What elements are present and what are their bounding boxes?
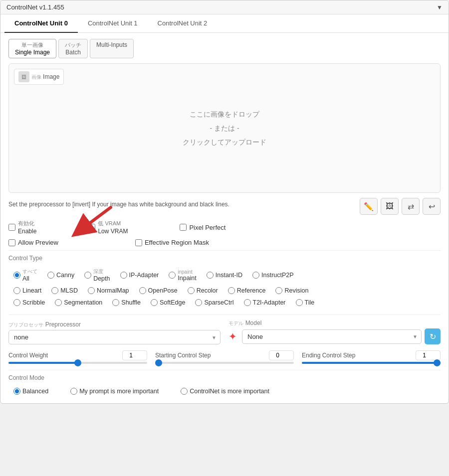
radio-openpose[interactable]: OpenPose — [134, 285, 183, 297]
starting-step-value[interactable] — [269, 350, 294, 360]
ending-step-slider[interactable] — [302, 362, 441, 364]
radio-scribble[interactable]: Scribble — [8, 297, 50, 309]
drop-line2: - または - — [183, 121, 266, 135]
enable-checkbox[interactable] — [8, 224, 15, 231]
radio-reference[interactable]: Reference — [223, 285, 271, 297]
radio-mlsd[interactable]: MLSD — [46, 285, 83, 297]
effective-region-checkbox[interactable] — [135, 239, 142, 246]
refresh-model-button[interactable]: ↻ — [425, 328, 441, 344]
radio-depth-label: 深度 Depth — [93, 268, 110, 282]
radio-sparsectrl-input[interactable] — [195, 299, 202, 306]
divider-1 — [8, 250, 441, 251]
mode-my-prompt[interactable]: My prompt is more important — [65, 385, 164, 397]
mode-my-prompt-input[interactable] — [70, 388, 77, 395]
control-type-label: Control Type — [8, 255, 441, 262]
radio-tile[interactable]: Tile — [291, 297, 320, 309]
radio-depth-input[interactable] — [84, 272, 91, 279]
radio-openpose-input[interactable] — [139, 287, 146, 294]
radio-lineart-input[interactable] — [13, 287, 20, 294]
starting-step-slider[interactable] — [155, 362, 294, 364]
action-icons: ✏️ 🖼 ⇄ ↩ — [360, 198, 441, 215]
instructp2p-en: InstructP2P — [261, 272, 294, 279]
divider-2 — [8, 315, 441, 315]
radio-instructp2p-input[interactable] — [252, 272, 259, 279]
radio-instructp2p[interactable]: InstructP2P — [247, 266, 299, 285]
model-select[interactable]: None — [242, 329, 422, 344]
img-tab-multi[interactable]: Multi-Inputs — [90, 39, 134, 58]
drop-text: ここに画像をドロップ - または - クリックしてアップロード — [183, 107, 266, 149]
pixel-perfect-checkbox[interactable] — [180, 224, 187, 231]
radio-instant-id-input[interactable] — [207, 272, 214, 279]
pixel-perfect-label: Pixel Perfect — [189, 224, 225, 231]
enable-checkbox-label[interactable]: 有効化 Enable — [8, 220, 36, 235]
ending-step-value[interactable] — [416, 350, 441, 360]
radio-tile-input[interactable] — [296, 299, 303, 306]
radio-canny-input[interactable] — [47, 272, 54, 279]
radio-recolor-input[interactable] — [188, 287, 195, 294]
mode-balanced-input[interactable] — [13, 388, 20, 395]
effective-region-checkbox-label[interactable]: Effective Region Mask — [135, 239, 209, 246]
edit-icon-btn[interactable]: ✏️ — [360, 198, 378, 215]
photo-icon-btn[interactable]: 🖼 — [381, 198, 399, 215]
allow-preview-checkbox[interactable] — [8, 239, 15, 246]
radio-inpaint[interactable]: inpaint Inpaint — [164, 266, 202, 285]
radio-segmentation[interactable]: Segmentation — [50, 297, 107, 309]
radio-instant-id[interactable]: Instant-ID — [202, 266, 247, 285]
radio-canny[interactable]: Canny — [42, 266, 79, 285]
tab-unit0[interactable]: ControlNet Unit 0 — [4, 14, 78, 33]
mode-balanced[interactable]: Balanced — [8, 385, 53, 397]
batch-en: Batch — [65, 49, 81, 56]
radio-softedge-input[interactable] — [151, 299, 158, 306]
tab-unit1[interactable]: ControlNet Unit 1 — [78, 14, 148, 33]
radio-revision[interactable]: Revision — [270, 285, 313, 297]
img-tab-single[interactable]: 単一画像 Single Image — [8, 39, 56, 58]
radio-t2i-adapter[interactable]: T2I-Adapter — [239, 297, 291, 309]
radio-recolor[interactable]: Recolor — [183, 285, 223, 297]
control-weight-slider[interactable] — [8, 362, 147, 364]
lineart-en: Lineart — [22, 287, 41, 294]
control-type-row-2: Lineart MLSD NormalMap OpenPose Recolor — [8, 285, 313, 297]
image-mode-tabs: 単一画像 Single Image バッチ Batch Multi-Inputs — [8, 39, 441, 58]
control-weight-value[interactable] — [122, 350, 147, 360]
radio-sparsectrl[interactable]: SparseCtrl — [190, 297, 238, 309]
hint-row: Set the preprocessor to [invert] If your… — [8, 198, 441, 215]
low-vram-checkbox-label[interactable]: 低 VRAM Low VRAM — [88, 220, 128, 235]
model-select-wrap: ✦ None ↻ — [228, 328, 441, 344]
radio-normalmap-input[interactable] — [88, 287, 95, 294]
pixel-perfect-checkbox-label[interactable]: Pixel Perfect — [180, 224, 225, 231]
radio-reference-input[interactable] — [228, 287, 235, 294]
mode-controlnet-label: ControlNet is more important — [190, 388, 269, 395]
radio-t2i-adapter-input[interactable] — [244, 299, 251, 306]
radio-all-input[interactable] — [13, 272, 20, 279]
preprocessor-select[interactable]: none — [8, 330, 221, 344]
radio-scribble-input[interactable] — [13, 299, 20, 306]
radio-mlsd-input[interactable] — [51, 287, 58, 294]
low-vram-checkbox[interactable] — [88, 224, 95, 231]
radio-shuffle-input[interactable] — [112, 299, 119, 306]
curve-icon-btn[interactable]: ↩ — [423, 198, 441, 215]
radio-softedge[interactable]: SoftEdge — [146, 297, 190, 309]
img-tab-batch[interactable]: バッチ Batch — [58, 39, 88, 58]
reference-en: Reference — [237, 287, 266, 294]
mode-my-prompt-label: My prompt is more important — [79, 388, 159, 395]
low-vram-jp: 低 VRAM — [98, 220, 128, 227]
radio-ip-adapter-input[interactable] — [120, 272, 127, 279]
radio-inpaint-input[interactable] — [169, 272, 176, 279]
radio-segmentation-input[interactable] — [55, 299, 62, 306]
radio-ip-adapter[interactable]: IP-Adapter — [115, 266, 164, 285]
mode-controlnet[interactable]: ControlNet is more important — [176, 385, 274, 397]
multi-en: Multi-Inputs — [96, 41, 127, 48]
mode-controlnet-input[interactable] — [181, 388, 188, 395]
panel-collapse-arrow[interactable]: ▼ — [437, 4, 443, 11]
radio-normalmap[interactable]: NormalMap — [83, 285, 134, 297]
image-drop-zone[interactable]: 🖼 画像 Image ここに画像をドロップ - または - クリックしてアップロ… — [8, 63, 441, 193]
radio-shuffle[interactable]: Shuffle — [107, 297, 146, 309]
swap-icon-btn[interactable]: ⇄ — [402, 198, 420, 215]
control-type-row-1: すべて All Canny 深度 Depth I — [8, 266, 299, 285]
tab-unit2[interactable]: ControlNet Unit 2 — [148, 14, 218, 33]
radio-all[interactable]: すべて All — [8, 266, 42, 285]
radio-depth[interactable]: 深度 Depth — [79, 266, 115, 285]
radio-lineart[interactable]: Lineart — [8, 285, 46, 297]
radio-revision-input[interactable] — [275, 287, 282, 294]
allow-preview-checkbox-label[interactable]: Allow Preview — [8, 239, 58, 246]
